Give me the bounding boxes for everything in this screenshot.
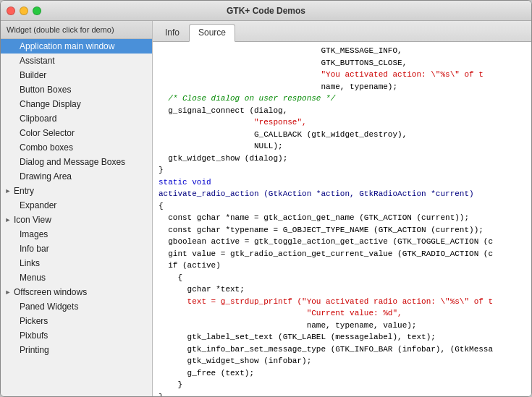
- code-line: gboolean active = gtk_toggle_action_get_…: [159, 236, 525, 248]
- code-line: text = g_strdup_printf ("You activated r…: [159, 296, 525, 308]
- close-button[interactable]: [7, 7, 15, 15]
- triangle-icon: ►: [4, 187, 12, 195]
- code-line: gtk_label_set_text (GTK_LABEL (messagela…: [159, 331, 525, 343]
- code-line: }: [159, 391, 525, 397]
- content-area: Widget (double click for demo) Applicati…: [1, 21, 531, 396]
- sidebar-item-label: Entry: [14, 186, 34, 196]
- sidebar-item[interactable]: Pickers: [1, 314, 152, 328]
- sidebar-item-label: Pickers: [20, 316, 48, 326]
- code-line: GTK_BUTTONS_CLOSE,: [159, 57, 525, 69]
- code-line: NULL);: [159, 140, 525, 153]
- code-area[interactable]: GTK_MESSAGE_INFO, GTK_BUTTONS_CLOSE, "Yo…: [153, 42, 531, 396]
- tab-source[interactable]: Source: [189, 24, 235, 42]
- main-window: GTK+ Code Demos Widget (double click for…: [0, 0, 532, 397]
- code-line: "Current value: %d",: [159, 307, 525, 320]
- sidebar-item[interactable]: Clipboard: [1, 111, 152, 126]
- code-line: {: [159, 272, 525, 284]
- sidebar-item-label: Info bar: [20, 244, 49, 254]
- code-line: const gchar *name = gtk_action_get_name …: [159, 212, 525, 224]
- sidebar-item-label: Icon View: [14, 215, 51, 225]
- code-line: gtk_info_bar_set_message_type (GTK_INFO_…: [159, 343, 525, 356]
- sidebar-item[interactable]: Paned Widgets: [1, 299, 152, 314]
- sidebar-item-label: Color Selector: [20, 128, 75, 138]
- triangle-icon: ►: [4, 288, 12, 296]
- sidebar-item-label: Expander: [20, 200, 56, 210]
- code-line: gtk_widget_show (infobar);: [159, 355, 525, 367]
- sidebar-item-label: Pixbufs: [20, 330, 48, 341]
- code-line: gtk_widget_show (dialog);: [159, 153, 525, 165]
- window-title: GTK+ Code Demos: [227, 6, 305, 16]
- sidebar-item[interactable]: Expander: [1, 198, 152, 213]
- sidebar-item-label: Links: [20, 258, 40, 268]
- code-line: {: [159, 200, 525, 213]
- sidebar-list[interactable]: Application main windowAssistantBuilderB…: [1, 39, 152, 396]
- code-line: G_CALLBACK (gtk_widget_destroy),: [159, 129, 525, 141]
- sidebar-item-label: Button Boxes: [20, 85, 71, 95]
- sidebar-item[interactable]: Builder: [1, 68, 152, 82]
- sidebar-item-label: Drawing Area: [20, 171, 72, 182]
- code-line: if (active): [159, 260, 525, 272]
- sidebar-item[interactable]: Images: [1, 227, 152, 242]
- sidebar-item-label: Combo boxes: [20, 142, 73, 153]
- sidebar-item[interactable]: Info bar: [1, 242, 152, 256]
- code-line: name, typename);: [159, 81, 525, 93]
- sidebar-item[interactable]: Dialog and Message Boxes: [1, 155, 152, 169]
- sidebar-item[interactable]: Application main window: [1, 39, 152, 54]
- code-line: GTK_MESSAGE_INFO,: [159, 45, 525, 57]
- traffic-lights: [7, 7, 41, 15]
- sidebar-item[interactable]: Color Selector: [1, 126, 152, 140]
- sidebar-header: Widget (double click for demo): [1, 21, 152, 39]
- sidebar-item-label: Change Display: [20, 99, 81, 109]
- code-line: }: [159, 379, 525, 391]
- maximize-button[interactable]: [33, 7, 41, 15]
- sidebar-item[interactable]: Button Boxes: [1, 82, 152, 97]
- sidebar-item[interactable]: ►Offscreen windows: [1, 285, 152, 299]
- sidebar-item-label: Clipboard: [20, 114, 56, 124]
- sidebar-item-label: Paned Widgets: [20, 302, 78, 312]
- sidebar-item[interactable]: ►Icon View: [1, 213, 152, 227]
- tab-bar: InfoSource: [153, 21, 531, 42]
- tab-info[interactable]: Info: [156, 24, 189, 41]
- sidebar-item[interactable]: Printing: [1, 343, 152, 357]
- sidebar-item[interactable]: Links: [1, 256, 152, 270]
- sidebar-item[interactable]: ►Entry: [1, 184, 152, 198]
- sidebar-item[interactable]: Assistant: [1, 54, 152, 68]
- sidebar-item[interactable]: Combo boxes: [1, 140, 152, 155]
- sidebar-item-label: Images: [20, 229, 48, 239]
- sidebar-item[interactable]: Drawing Area: [1, 169, 152, 184]
- titlebar: GTK+ Code Demos: [1, 1, 531, 21]
- code-line: gchar *text;: [159, 283, 525, 296]
- code-line: activate_radio_action (GtkAction *action…: [159, 188, 525, 200]
- sidebar-item-label: Dialog and Message Boxes: [20, 157, 125, 167]
- sidebar-item-label: Printing: [20, 345, 49, 355]
- code-line: const gchar *typename = G_OBJECT_TYPE_NA…: [159, 224, 525, 236]
- sidebar-item[interactable]: Change Display: [1, 97, 152, 111]
- sidebar-item-label: Builder: [20, 70, 46, 80]
- sidebar-header-label: Widget (double click for demo): [7, 25, 114, 34]
- sidebar: Widget (double click for demo) Applicati…: [1, 21, 153, 396]
- code-line: /* Close dialog on user response */: [159, 93, 525, 105]
- code-line: name, typename, value);: [159, 320, 525, 332]
- minimize-button[interactable]: [20, 7, 28, 15]
- sidebar-item[interactable]: Menus: [1, 270, 152, 285]
- code-line: gint value = gtk_radio_action_get_curren…: [159, 248, 525, 260]
- sidebar-item-label: Menus: [20, 273, 46, 283]
- sidebar-item-label: Assistant: [20, 56, 55, 66]
- sidebar-item[interactable]: Pixbufs: [1, 328, 152, 343]
- code-line: g_signal_connect (dialog,: [159, 105, 525, 117]
- sidebar-item-label: Offscreen windows: [14, 287, 87, 297]
- code-line: "You activated action: \"%s\" of t: [159, 69, 525, 81]
- code-line: static void: [159, 176, 525, 189]
- main-panel: InfoSource GTK_MESSAGE_INFO, GTK_BUTTONS…: [153, 21, 531, 396]
- triangle-icon: ►: [4, 215, 12, 224]
- code-line: }: [159, 164, 525, 176]
- code-line: g_free (text);: [159, 367, 525, 380]
- code-line: "response",: [159, 116, 525, 129]
- sidebar-item-label: Application main window: [20, 41, 114, 51]
